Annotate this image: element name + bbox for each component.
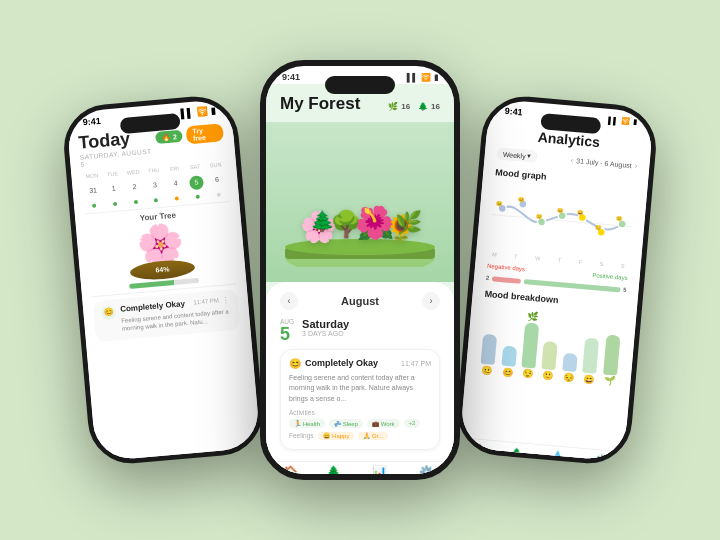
- leaf-badge: 🌿 16: [388, 102, 410, 111]
- neg-count: 2: [486, 275, 490, 281]
- pos-label: Positive days: [592, 272, 628, 281]
- tag-work: 💼 Work: [367, 419, 400, 428]
- settings-icon-mid: ⚙️: [419, 465, 434, 474]
- today-lbl-right: Today: [472, 455, 486, 461]
- progress-neg-bar: [492, 276, 521, 283]
- entry-day-name: Saturday: [302, 318, 349, 330]
- date-range: ‹ 31 July - 6 August ›: [570, 155, 638, 170]
- wifi-icon: 🛜: [196, 107, 208, 118]
- tag-health: 🏃 Health: [289, 419, 325, 428]
- signal-icon-right: ▌▌: [608, 116, 618, 124]
- bar-emoji-6: 😄: [583, 374, 595, 385]
- status-time-mid: 9:41: [282, 72, 300, 82]
- entry-date-row: AUG 5 Saturday 3 DAYS AGO: [280, 318, 440, 343]
- bar-emoji-3: 😌: [522, 368, 534, 379]
- battery-icon-right: ▮: [633, 118, 638, 126]
- mood-card-left: 😊 Completely Okay 11:47 PM ⋮ Feeling ser…: [92, 288, 240, 341]
- bar-emoji-2: 😊: [502, 367, 514, 378]
- entry-mood: Completely Okay: [305, 358, 378, 368]
- tree-badge: 🌲 16: [418, 102, 440, 111]
- bar-emoji-1: 😐: [481, 365, 493, 376]
- entry-days-ago: 3 DAYS AGO: [302, 330, 349, 337]
- status-time-right: 9:41: [504, 106, 523, 118]
- mood-breakdown-area: Mood breakdown 😐 😊: [460, 284, 638, 452]
- forest-title: My Forest: [280, 94, 360, 114]
- settings-icon-right: ⚙️: [594, 454, 607, 461]
- bottom-nav-mid: 🏠 Today 🌲 Forest 📊 Analytics ⚙️ Settings: [266, 461, 454, 474]
- nav-forest-mid[interactable]: 🌲 Forest: [325, 465, 342, 474]
- weekly-btn[interactable]: Weekly ▾: [496, 147, 538, 163]
- entry-day-num: 5: [280, 325, 294, 343]
- month-label: August: [341, 295, 379, 307]
- breakdown-bars: 😐 😊 🌿 😌: [478, 305, 625, 387]
- streak-badge: 🔥 2: [155, 130, 183, 144]
- tag-gr: 🙏 Gr...: [358, 432, 388, 440]
- forest-icon-right: 🌲: [510, 447, 523, 459]
- bar-emoji-4: 🙂: [542, 370, 554, 381]
- prev-month-btn[interactable]: ‹: [280, 292, 298, 310]
- mood-icon: 😊: [101, 305, 116, 320]
- tree-percent: 64%: [155, 266, 170, 274]
- wifi-icon-right: 🛜: [621, 117, 631, 126]
- neg-label: Negative days: [487, 263, 525, 272]
- dynamic-island-mid: [325, 76, 395, 94]
- phone-left: 9:41 ▌▌ 🛜 ▮ Today SATURDAY, AUGUST 5: [61, 93, 267, 467]
- forest-badges: 🌿 16 🌲 16: [388, 102, 440, 111]
- bar-7: 🌱: [602, 334, 620, 386]
- forest-scene: 🌸 🌳 🌺 🌻 🌲 🌿: [266, 122, 454, 282]
- entry-tags: 🏃 Health 💤 Sleep 💼 Work +2: [289, 419, 431, 428]
- phones-container: 9:41 ▌▌ 🛜 ▮ Today SATURDAY, AUGUST 5: [75, 60, 645, 480]
- chevron-down-icon: ▾: [527, 152, 532, 160]
- mood-graph-area: 😐 😊 🙂 😊 😄 😔 🙂 M T W T F S: [476, 180, 647, 274]
- analytics-icon-mid: 📊: [372, 465, 387, 474]
- today-icon-mid: 🏠: [283, 465, 298, 474]
- month-nav: ‹ August ›: [280, 292, 440, 310]
- next-month-btn[interactable]: ›: [422, 292, 440, 310]
- mood-time-left: 11:47 PM: [193, 298, 219, 306]
- tree-emoji: 🌸: [135, 223, 185, 265]
- next-week-btn[interactable]: ›: [634, 161, 637, 170]
- phone-mid: 9:41 ▌▌ 🛜 ▮ My Forest 🌿 16: [260, 60, 460, 480]
- nav-today-right[interactable]: 🏠 Today: [472, 443, 487, 461]
- nav-today-mid[interactable]: 🏠 Today: [283, 465, 298, 474]
- bar-1: 😐: [480, 334, 498, 376]
- bar-emoji-7: 🌱: [603, 375, 615, 386]
- forest-icon-mid: 🌲: [326, 465, 341, 474]
- mood-graph-svg: 😐 😊 🙂 😊 😄 😔 🙂: [489, 185, 635, 257]
- tree-icon: 🌲: [418, 102, 428, 111]
- prev-week-btn[interactable]: ‹: [570, 155, 573, 164]
- bar-emoji-5: 😔: [563, 372, 575, 383]
- more-icon[interactable]: ⋮: [221, 295, 230, 305]
- iso-tree-6: 🌿: [395, 212, 422, 234]
- wifi-icon-mid: 🛜: [421, 73, 431, 82]
- tag-more: +2: [404, 419, 421, 428]
- entry-time: 11:47 PM: [401, 360, 431, 367]
- signal-icon-mid: ▌▌: [407, 73, 418, 82]
- bar-5: 😔: [561, 353, 577, 383]
- nav-settings-mid[interactable]: ⚙️ Settings: [417, 465, 437, 474]
- battery-icon: ▮: [210, 106, 216, 116]
- nav-forest-right[interactable]: 🌲 Forest: [508, 447, 524, 462]
- battery-icon-mid: ▮: [434, 73, 438, 82]
- forest-panel: ‹ August › AUG 5 Saturday 3 DAYS AGO: [266, 282, 454, 462]
- today-icon-right: 🏠: [473, 443, 486, 455]
- feelings-row: Feelings 😄 Happy 🙏 Gr...: [289, 432, 431, 439]
- nav-settings-right[interactable]: ⚙️ Settings: [591, 454, 611, 462]
- tree-visual: 🌸 64%: [86, 219, 236, 292]
- bar-2: 😊: [500, 346, 517, 378]
- bar-6: 😄: [582, 338, 600, 385]
- entry-text: Feeling serene and content today after a…: [289, 373, 431, 405]
- nav-analytics-mid[interactable]: 📊 Analytics: [368, 465, 390, 474]
- tag-sleep: 💤 Sleep: [329, 419, 363, 428]
- tag-happy: 😄 Happy: [318, 432, 354, 440]
- forest-lbl-right: Forest: [508, 458, 523, 461]
- entry-card: 😊 Completely Okay 11:47 PM Feeling seren…: [280, 349, 440, 451]
- nav-analytics-right[interactable]: 💧 Analytics: [545, 450, 569, 462]
- try-free-badge[interactable]: Try free: [186, 123, 224, 144]
- iso-tree-5: 🌲: [310, 211, 335, 231]
- bar-4: 🙂: [541, 341, 558, 381]
- signal-icon: ▌▌: [180, 108, 194, 119]
- mood-emoji-mid: 😊: [289, 358, 301, 369]
- bar-3: 🌿 😌: [520, 322, 539, 379]
- pos-count: 5: [623, 287, 627, 293]
